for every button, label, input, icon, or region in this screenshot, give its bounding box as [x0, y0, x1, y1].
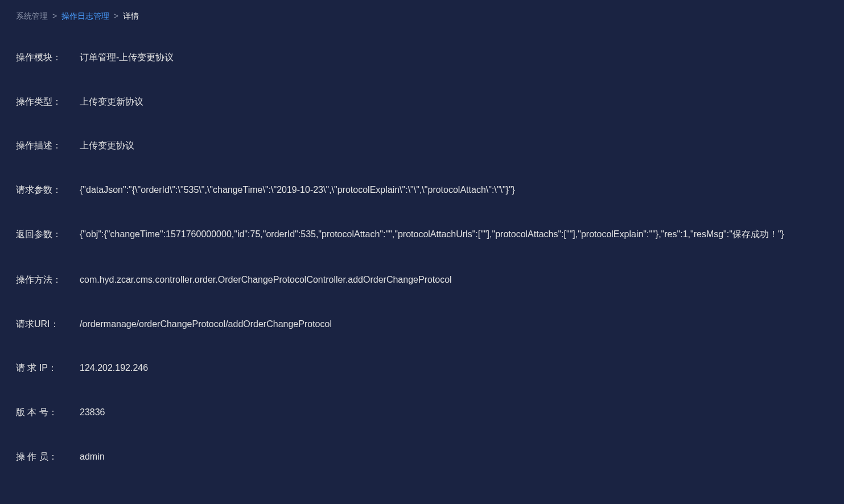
label-version: 版 本 号： [16, 405, 80, 420]
breadcrumb-separator: > [52, 11, 57, 20]
value-response-params: {"obj":{"changeTime":1571760000000,"id":… [80, 229, 784, 239]
breadcrumb-current: 详情 [123, 11, 139, 20]
value-method: com.hyd.zcar.cms.controller.order.OrderC… [80, 272, 828, 287]
breadcrumb: 系统管理 > 操作日志管理 > 详情 [16, 11, 828, 22]
value-type: 上传变更新协议 [80, 94, 828, 109]
value-version: 23836 [80, 405, 828, 420]
row-request-params: 请求参数： {"dataJson":"{\"orderId\":\"535\",… [16, 183, 828, 197]
value-ip: 124.202.192.246 [80, 361, 828, 375]
label-method: 操作方法： [16, 272, 80, 287]
value-module: 订单管理-上传变更协议 [80, 50, 828, 65]
label-ip: 请 求 IP： [16, 361, 80, 375]
row-operator: 操 作 员： admin [16, 449, 828, 464]
row-version: 版 本 号： 23836 [16, 405, 828, 420]
label-request-params: 请求参数： [16, 183, 80, 197]
value-operator: admin [80, 449, 828, 464]
row-description: 操作描述： 上传变更协议 [16, 138, 828, 153]
row-module: 操作模块： 订单管理-上传变更协议 [16, 50, 828, 65]
label-type: 操作类型： [16, 94, 80, 109]
row-uri: 请求URI： /ordermanage/orderChangeProtocol/… [16, 317, 828, 332]
row-ip: 请 求 IP： 124.202.192.246 [16, 361, 828, 375]
value-description: 上传变更协议 [80, 138, 828, 153]
label-uri: 请求URI： [16, 317, 80, 332]
breadcrumb-item-2[interactable]: 操作日志管理 [61, 11, 109, 20]
value-request-params: {"dataJson":"{\"orderId\":\"535\",\"chan… [80, 183, 828, 197]
label-description: 操作描述： [16, 138, 80, 153]
label-response-params: 返回参数： [16, 226, 80, 243]
row-type: 操作类型： 上传变更新协议 [16, 94, 828, 109]
row-method: 操作方法： com.hyd.zcar.cms.controller.order.… [16, 272, 828, 287]
breadcrumb-item-1: 系统管理 [16, 11, 48, 20]
row-response-params: 返回参数：{"obj":{"changeTime":1571760000000,… [16, 226, 828, 243]
label-operator: 操 作 员： [16, 449, 80, 464]
label-module: 操作模块： [16, 50, 80, 65]
breadcrumb-separator: > [114, 11, 118, 20]
value-uri: /ordermanage/orderChangeProtocol/addOrde… [80, 317, 828, 332]
